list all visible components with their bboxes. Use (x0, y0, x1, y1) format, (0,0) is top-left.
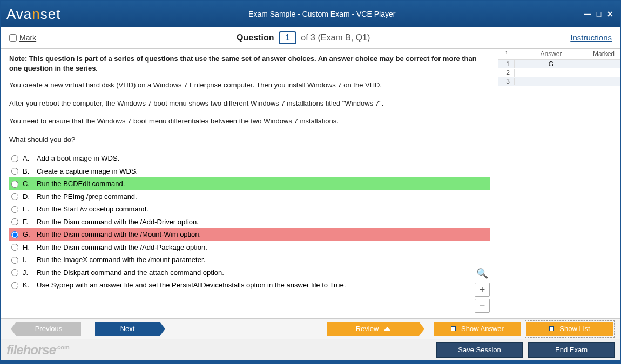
side-row[interactable]: 1G (498, 60, 620, 68)
triangle-up-icon (384, 327, 390, 331)
choice-radio[interactable] (11, 168, 18, 175)
choice-radio[interactable] (11, 257, 18, 264)
question-header-bar: Mark Question 1 of 3 (Exam B, Q1) Instru… (1, 27, 620, 49)
mark-checkbox[interactable] (9, 34, 17, 42)
choice-row[interactable]: D.Run the PEImg /prep command. (9, 190, 490, 203)
choice-radio[interactable] (11, 206, 18, 213)
choice-letter: D. (23, 191, 32, 202)
close-icon[interactable]: ✕ (606, 10, 615, 18)
choice-text: Run the PEImg /prep command. (37, 191, 137, 202)
square-icon (451, 326, 456, 331)
choice-letter: K. (23, 280, 32, 291)
next-button[interactable]: Next (95, 322, 160, 336)
zoom-in-button[interactable]: + (475, 283, 490, 297)
question-number-input[interactable]: 1 (279, 31, 296, 44)
question-counter: Question 1 of 3 (Exam B, Q1) (36, 31, 570, 44)
choice-text: Run the ImageX command with the /mount p… (37, 255, 205, 265)
minimize-icon[interactable]: — (583, 10, 592, 18)
question-p2: After you reboot the computer, the Windo… (9, 98, 490, 109)
magnifier-icon[interactable]: 🔍 (476, 267, 488, 279)
choice-radio[interactable] (11, 244, 18, 251)
choice-letter: A. (23, 153, 32, 164)
choice-radio[interactable] (11, 181, 18, 188)
question-p4: What should you do? (9, 134, 490, 145)
previous-button[interactable]: Previous (16, 322, 81, 336)
choice-radio[interactable] (11, 231, 18, 238)
choice-letter: G. (23, 229, 32, 240)
choice-letter: B. (23, 166, 32, 177)
zoom-out-button[interactable]: − (475, 299, 490, 313)
choice-row[interactable]: G.Run the Dism command with the /Mount-W… (9, 228, 490, 241)
square-icon (549, 326, 554, 331)
bottom-bar: filehorse.com Save Session End Exam (1, 339, 620, 360)
review-button[interactable]: Review (327, 322, 419, 336)
choice-text: Run the BCDEdit command. (37, 178, 125, 189)
filehorse-watermark: filehorse.com (6, 342, 70, 358)
side-row[interactable]: 2 (498, 68, 620, 77)
choice-radio[interactable] (11, 193, 18, 200)
question-list-pane: 1 Answer Marked 1G23 (498, 49, 620, 318)
question-p3: You need to ensure that the Windows 7 bo… (9, 116, 490, 127)
question-content-pane: Note: This question is part of a series … (1, 49, 498, 318)
choice-row[interactable]: E.Run the Start /w ocsetup command. (9, 203, 490, 216)
answer-choices-list: A.Add a boot image in WDS.B.Create a cap… (9, 152, 490, 292)
maximize-icon[interactable]: □ (595, 10, 603, 18)
choice-text: Run the Dism command with the /Mount-Wim… (37, 229, 201, 240)
show-list-button[interactable]: Show List (526, 322, 613, 336)
choice-row[interactable]: K.Use Syprep with an answer file and set… (9, 279, 490, 292)
side-header: 1 Answer Marked (498, 49, 620, 60)
choice-row[interactable]: H.Run the Dism command with the /Add-Pac… (9, 241, 490, 254)
end-exam-button[interactable]: End Exam (528, 342, 615, 358)
choice-letter: C. (23, 178, 32, 189)
question-note: Note: This question is part of a series … (9, 54, 490, 73)
question-p1: You create a new virtual hard disk (VHD)… (9, 80, 490, 91)
choice-letter: H. (23, 242, 32, 253)
choice-radio[interactable] (11, 155, 18, 162)
mark-label[interactable]: Mark (19, 33, 36, 42)
choice-text: Run the Start /w ocsetup command. (37, 204, 148, 215)
navigation-bar: Previous Next Review Show Answer Show Li… (1, 318, 620, 339)
show-answer-button[interactable]: Show Answer (434, 322, 521, 336)
title-bar: Avanset Exam Sample - Custom Exam - VCE … (1, 1, 620, 27)
choice-row[interactable]: B.Create a capture image in WDS. (9, 165, 490, 178)
instructions-link[interactable]: Instructions (570, 33, 612, 42)
window-controls: — □ ✕ (583, 10, 615, 18)
choice-text: Run the Dism command with the /Add-Packa… (37, 242, 207, 253)
save-session-button[interactable]: Save Session (436, 342, 523, 358)
choice-letter: F. (23, 217, 32, 228)
choice-letter: I. (23, 255, 32, 265)
choice-row[interactable]: C.Run the BCDEdit command. (9, 177, 490, 190)
choice-letter: J. (23, 267, 32, 278)
side-row[interactable]: 3 (498, 77, 620, 86)
choice-letter: E. (23, 204, 32, 215)
window-title: Exam Sample - Custom Exam - VCE Player (61, 10, 584, 18)
choice-row[interactable]: I.Run the ImageX command with the /mount… (9, 253, 490, 266)
choice-row[interactable]: F.Run the Dism command with the /Add-Dri… (9, 216, 490, 229)
choice-row[interactable]: A.Add a boot image in WDS. (9, 152, 490, 165)
choice-radio[interactable] (11, 218, 18, 225)
choice-text: Run the Dism command with the /Add-Drive… (37, 217, 199, 228)
app-logo: Avanset (6, 6, 61, 23)
choice-radio[interactable] (11, 282, 18, 289)
choice-text: Add a boot image in WDS. (37, 153, 119, 164)
choice-text: Create a capture image in WDS. (37, 166, 138, 177)
choice-text: Run the Diskpart command and the attach … (37, 267, 224, 278)
choice-text: Use Syprep with an answer file and set t… (37, 280, 346, 291)
choice-row[interactable]: J.Run the Diskpart command and the attac… (9, 266, 490, 279)
choice-radio[interactable] (11, 269, 18, 276)
